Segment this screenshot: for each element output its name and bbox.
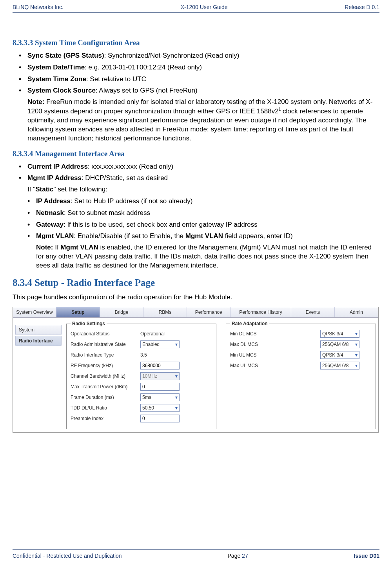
panel-title: Rate Adaptation	[230, 321, 269, 326]
field-label: Max Transmit Power (dBm)	[71, 384, 140, 389]
field-label: Preamble Index	[71, 416, 140, 421]
list-item: Mgmt VLAN: Enable/Disable (if set to Ena…	[27, 231, 379, 241]
chevron-down-icon: ▾	[355, 342, 358, 347]
note-8334: Note: If Mgmt VLAN is enabled, the ID en…	[13, 243, 379, 270]
tx-power-input[interactable]	[140, 383, 180, 391]
header-right: Release D 0.1	[345, 4, 379, 10]
rf-frequency-input[interactable]	[140, 362, 180, 369]
heading-8333: 8.3.3.3 System Time Configuration Area	[13, 38, 379, 47]
tab-setup[interactable]: Setup	[56, 307, 100, 317]
panel-radio-settings: Radio Settings Operational StatusOperati…	[66, 321, 216, 429]
panel-title: Radio Settings	[71, 321, 107, 326]
list-item: IP Address: Set to Hub IP address (if no…	[27, 197, 379, 206]
preamble-index-input[interactable]	[140, 415, 180, 422]
tab-events[interactable]: Events	[291, 307, 335, 317]
list-item: Current IP Address: xxx.xxx.xxx.xxx (Rea…	[19, 162, 379, 171]
chevron-down-icon: ▾	[175, 405, 178, 411]
heading-8334: 8.3.3.4 Management Interface Area	[13, 149, 379, 158]
footer-left: Confidential - Restricted Use and Duplic…	[13, 553, 122, 559]
intro-834: This page handles configuration of the r…	[13, 293, 379, 302]
list-item: Sync State (GPS Status): Synchronized/No…	[19, 51, 379, 60]
page-content: 8.3.3.3 System Time Configuration Area S…	[13, 13, 379, 433]
chevron-down-icon: ▾	[175, 373, 178, 379]
footer-center: Page 27	[228, 553, 248, 559]
min-dl-mcs-select[interactable]: QPSK 3/4▾	[320, 330, 359, 338]
tab-performance[interactable]: Performance	[187, 307, 230, 317]
list-item: Netmask: Set to subnet mask address	[27, 208, 379, 218]
tab-bar: System Overview Setup Bridge RBMs Perfor…	[13, 307, 378, 318]
sublist-8334: IP Address: Set to Hub IP address (if no…	[13, 197, 379, 241]
list-item: System Clock Source: Always set to GPS (…	[19, 86, 379, 95]
panel-rate-adaptation: Rate Adaptation Min DL MCSQPSK 3/4▾ Max …	[226, 321, 376, 429]
chevron-down-icon: ▾	[175, 342, 178, 347]
list-item: System Time Zone: Set relative to UTC	[19, 75, 379, 84]
bandwidth-select: 10MHz▾	[140, 372, 180, 380]
field-label: Max DL MCS	[230, 342, 320, 347]
tab-rbms[interactable]: RBMs	[143, 307, 187, 317]
tab-performance-history[interactable]: Performance History	[230, 307, 291, 317]
frame-duration-select[interactable]: 5ms▾	[140, 393, 180, 401]
interface-type-value: 3.5	[140, 352, 187, 358]
admin-state-select[interactable]: Enabled▾	[140, 340, 180, 348]
max-dl-mcs-select[interactable]: 256QAM 6/8▾	[320, 340, 359, 348]
header-rule	[13, 12, 379, 13]
tab-admin[interactable]: Admin	[335, 307, 378, 317]
field-label: Channel Bandwidth (MHz)	[71, 373, 140, 379]
heading-834: 8.3.4 Setup - Radio Interface Page	[13, 277, 379, 288]
field-label: Radio Interface Type	[71, 352, 140, 358]
footer-right: Issue D01	[354, 553, 379, 559]
footer-rule	[13, 549, 379, 550]
list-item: System Date/Time: e.g. 2013-01-01T00:12:…	[19, 63, 379, 72]
field-label: Max UL MCS	[230, 363, 320, 368]
field-label: Radio Administrative State	[71, 342, 140, 347]
list-item: Gateway: If this is to be used, set chec…	[27, 220, 379, 229]
max-ul-mcs-select[interactable]: 256QAM 6/8▾	[320, 362, 359, 369]
side-nav: System Radio Interface	[13, 318, 64, 432]
page-footer: Confidential - Restricted Use and Duplic…	[13, 553, 379, 559]
op-status-value: Operational	[140, 331, 187, 337]
chevron-down-icon: ▾	[175, 395, 178, 400]
header-center: X-1200 User Guide	[181, 4, 228, 10]
side-item-radio-interface[interactable]: Radio Interface	[15, 336, 62, 346]
chevron-down-icon: ▾	[355, 352, 358, 358]
header-left: BLiNQ Networks Inc.	[13, 4, 64, 10]
screenshot-setup-radio: System Overview Setup Bridge RBMs Perfor…	[13, 307, 379, 433]
note-8333: Note: FreeRun mode is intended only for …	[13, 98, 379, 143]
tdd-ratio-select[interactable]: 50:50▾	[140, 404, 180, 412]
page-header: BLiNQ Networks Inc. X-1200 User Guide Re…	[13, 0, 379, 13]
static-line: If "Static" set the following:	[13, 185, 379, 194]
list-8333: Sync State (GPS Status): Synchronized/No…	[13, 51, 379, 95]
list-8334: Current IP Address: xxx.xxx.xxx.xxx (Rea…	[13, 162, 379, 183]
field-label: Min DL MCS	[230, 331, 320, 337]
min-ul-mcs-select[interactable]: QPSK 3/4▾	[320, 351, 359, 359]
field-label: Min UL MCS	[230, 352, 320, 358]
field-label: RF Frequency (kHz)	[71, 363, 140, 368]
chevron-down-icon: ▾	[355, 331, 358, 337]
field-label: TDD DL/UL Ratio	[71, 405, 140, 411]
chevron-down-icon: ▾	[355, 363, 358, 368]
tab-system-overview[interactable]: System Overview	[13, 307, 56, 317]
side-item-system[interactable]: System	[15, 325, 62, 335]
tab-bridge[interactable]: Bridge	[100, 307, 143, 317]
field-label: Operational Status	[71, 331, 140, 337]
list-item: Mgmt IP Address: DHCP/Static, set as des…	[19, 173, 379, 183]
field-label: Frame Duration (ms)	[71, 395, 140, 400]
